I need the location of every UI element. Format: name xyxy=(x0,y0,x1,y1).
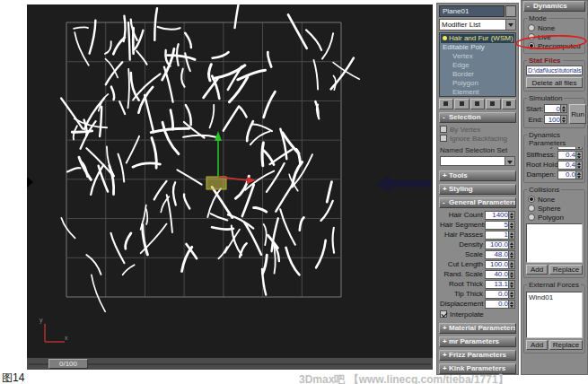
configure-modifier-sets-button[interactable] xyxy=(502,99,516,109)
simulation-title: Simulation xyxy=(527,94,564,102)
object-name-field[interactable]: Plane01 xyxy=(439,5,505,17)
rollout-dynamics[interactable]: -Dynamics xyxy=(523,1,585,12)
spinner[interactable] xyxy=(508,271,514,278)
spinner[interactable] xyxy=(508,241,514,249)
dampen-field[interactable]: 0.0 xyxy=(557,170,583,179)
external-forces-list[interactable]: Wind01 xyxy=(526,292,583,338)
spinner[interactable] xyxy=(508,222,514,229)
rollout-label: Dynamics xyxy=(533,2,567,10)
remove-modifier-button[interactable] xyxy=(486,99,500,109)
run-button[interactable]: Run xyxy=(569,104,586,124)
object-color-swatch[interactable] xyxy=(505,5,516,17)
cut-length-field[interactable]: 100.0 xyxy=(485,260,515,269)
spinner[interactable] xyxy=(508,251,514,258)
modifier-list-dropdown[interactable]: Modifier List xyxy=(439,19,516,31)
spinner[interactable] xyxy=(508,291,514,298)
density-field[interactable]: 100.0 xyxy=(485,240,515,249)
collisions-replace-button[interactable]: Replace xyxy=(549,265,583,275)
rand-scale-field[interactable]: 40.0 xyxy=(485,270,515,279)
stack-item-element[interactable]: Element xyxy=(441,88,514,97)
param-label: Cut Length xyxy=(440,260,485,268)
external-force-item[interactable]: Wind01 xyxy=(529,293,580,301)
start-field[interactable]: 0 xyxy=(544,104,567,113)
rollout-tools[interactable]: +Tools xyxy=(439,170,516,181)
spinner[interactable] xyxy=(560,105,566,112)
root-thick-field[interactable]: 13.1 xyxy=(485,280,515,289)
stack-item-editable-poly[interactable]: Editable Poly xyxy=(441,43,514,52)
rollout-selection[interactable]: -Selection xyxy=(439,112,516,123)
delete-all-files-button[interactable]: Delete all files xyxy=(526,77,583,88)
viewport[interactable]: y x xyxy=(27,4,433,357)
param-label: Rand. Scale xyxy=(440,270,485,278)
mode-option-precomputed[interactable]: Precomputed xyxy=(526,41,583,50)
expand-icon: + xyxy=(443,185,449,194)
root-hold-field[interactable]: 0.4 xyxy=(557,161,583,170)
stack-item-hair-and-fur[interactable]: Hair and Fur (WSM) xyxy=(441,34,514,43)
stack-item-vertex[interactable]: Vertex xyxy=(441,52,514,61)
by-vertex-checkbox-row[interactable]: By Vertex xyxy=(440,125,515,134)
stat-files-path-field[interactable]: D:\daf\lucs\tutorials xyxy=(526,65,583,75)
figure-caption: 图14 xyxy=(2,371,24,384)
spinner[interactable] xyxy=(508,212,514,219)
rollout-general-parameters[interactable]: -General Parameters xyxy=(439,197,516,208)
spinner[interactable] xyxy=(575,171,582,179)
collisions-option-sphere[interactable]: Sphere xyxy=(526,204,583,213)
end-field[interactable]: 100 xyxy=(544,115,567,124)
make-unique-button[interactable] xyxy=(470,99,485,109)
hair-count-field[interactable]: 1400 xyxy=(485,211,515,220)
rollout-material-parameters[interactable]: +Material Parameters xyxy=(439,323,516,334)
radio-icon xyxy=(528,33,535,40)
mode-group-title: Mode xyxy=(527,14,549,22)
stack-item-label: Element xyxy=(452,88,478,96)
collisions-option-label: None xyxy=(538,196,555,204)
scale-field[interactable]: 48.0 xyxy=(485,250,515,259)
external-forces-replace-button[interactable]: Replace xyxy=(549,340,583,350)
spinner[interactable] xyxy=(508,281,514,288)
param-label: Root Hold: xyxy=(526,161,557,169)
displacement-field[interactable]: 0.0 xyxy=(485,300,515,309)
stack-item-edge[interactable]: Edge xyxy=(441,61,514,70)
stack-item-border[interactable]: Border xyxy=(441,70,514,79)
spinner[interactable] xyxy=(560,116,566,123)
sim-end-row: End:100 xyxy=(526,114,567,125)
spinner[interactable] xyxy=(508,231,514,239)
chevron-down-icon xyxy=(505,157,514,165)
named-selection-set-field[interactable] xyxy=(440,156,515,166)
tip-thick-field[interactable]: 0.0 xyxy=(485,290,515,299)
rollout-styling[interactable]: +Styling xyxy=(439,184,516,195)
checkbox-icon xyxy=(440,126,447,133)
hair-passes-field[interactable]: 1 xyxy=(485,231,515,240)
spinner[interactable] xyxy=(508,301,514,308)
rollout-label: mr Parameters xyxy=(449,337,499,345)
collisions-option-polygon[interactable]: Polygon xyxy=(526,213,583,222)
spinner[interactable] xyxy=(575,161,582,169)
collisions-add-button[interactable]: Add xyxy=(526,265,548,275)
stack-item-polygon[interactable]: Polygon xyxy=(441,79,514,88)
external-forces-add-button[interactable]: Add xyxy=(526,340,548,350)
param-row: Scale48.0 xyxy=(440,249,515,259)
mode-option-none[interactable]: None xyxy=(526,23,583,32)
param-label: Displacement xyxy=(440,300,485,308)
show-end-result-button[interactable] xyxy=(454,99,469,109)
mode-option-live[interactable]: Live xyxy=(526,32,583,41)
interpolate-checkbox-row[interactable]: Interpolate xyxy=(440,310,515,319)
time-slider-handle[interactable]: 0/100 xyxy=(48,359,88,369)
rollout-label: Material Parameters xyxy=(449,324,516,332)
time-slider-track[interactable]: 0/100 xyxy=(27,357,433,370)
spinner[interactable] xyxy=(508,261,514,268)
collisions-list[interactable] xyxy=(526,223,583,263)
expand-icon: + xyxy=(443,171,449,180)
ignore-backfacing-checkbox-row[interactable]: Ignore Backfacing xyxy=(440,134,515,143)
by-vertex-label: By Vertex xyxy=(450,126,480,134)
stiffness-field[interactable]: 0.4 xyxy=(557,151,583,160)
rollout-mr-parameters[interactable]: +mr Parameters xyxy=(439,336,516,347)
hair-segments-field[interactable]: 5 xyxy=(485,221,515,230)
pin-stack-button[interactable] xyxy=(439,99,453,109)
modifier-enabled-icon xyxy=(443,36,447,40)
mode-option-label: Live xyxy=(538,33,551,41)
rollout-frizz-parameters[interactable]: +Frizz Parameters xyxy=(439,350,516,361)
viewport-edge-marker xyxy=(27,177,33,188)
collisions-option-none[interactable]: None xyxy=(526,195,583,204)
spinner[interactable] xyxy=(575,152,582,159)
start-label: Start: xyxy=(526,105,544,113)
